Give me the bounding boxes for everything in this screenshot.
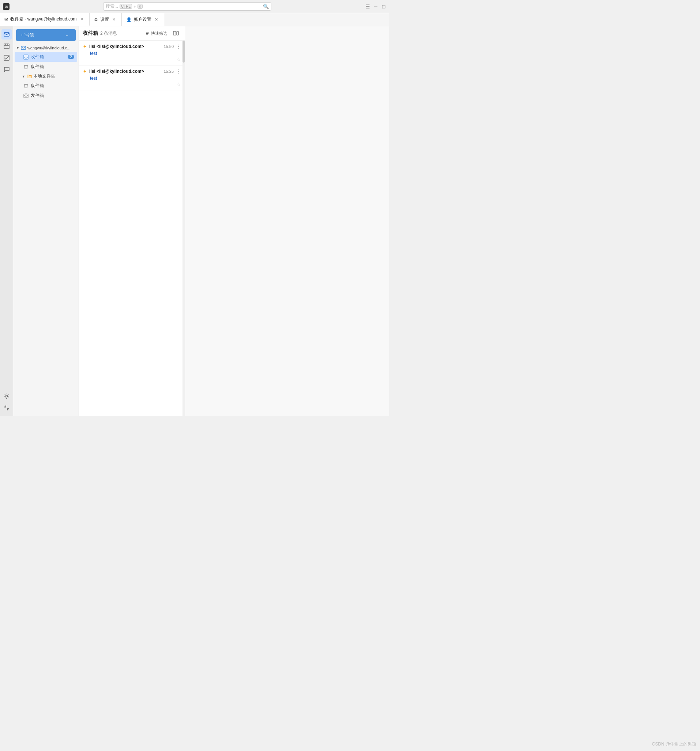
search-kbd-ctrl: CTRL <box>120 4 132 9</box>
tab-settings-label: 设置 <box>100 17 109 23</box>
email-item-top: ✦ lisi <lisi@kylincloud.com> 15:50 ⋮ <box>83 43 181 49</box>
sidebar-icon-calendar[interactable] <box>2 41 12 51</box>
sidebar-icon-tasks[interactable] <box>2 53 12 63</box>
email-item-bottom: ☆ <box>83 81 181 87</box>
local-label: 本地文件夹 <box>33 73 55 79</box>
svg-rect-9 <box>21 46 26 50</box>
tab-settings-close[interactable]: ✕ <box>111 17 117 23</box>
quick-filter-label: 快速筛选 <box>151 31 167 36</box>
local-trash-icon <box>23 83 29 88</box>
maximize-button[interactable]: □ <box>381 4 386 9</box>
app-icon: ✉ <box>3 3 9 10</box>
inbox-folder-icon <box>23 54 29 60</box>
sent-label: 发件箱 <box>31 93 44 99</box>
compose-button[interactable]: + 写信 ··· <box>16 29 76 41</box>
email-time: 15:25 <box>164 69 174 74</box>
trash-label: 废件箱 <box>31 63 44 70</box>
menu-button[interactable]: ☰ <box>365 4 370 9</box>
folder-sidebar: + 写信 ··· ▼ wangwu@kylincloud.c... 收件箱 2 <box>13 26 79 416</box>
bookmark-icon[interactable]: ☆ <box>177 57 181 62</box>
svg-rect-16 <box>173 31 176 35</box>
local-folder-header[interactable]: ▼ 本地文件夹 <box>13 72 79 81</box>
folder-item-inbox[interactable]: 收件箱 2 <box>15 52 77 62</box>
main-layout: + 写信 ··· ▼ wangwu@kylincloud.c... 收件箱 2 <box>0 26 389 416</box>
scrollbar-track[interactable] <box>182 40 185 416</box>
tab-account-icon: 👤 <box>126 17 132 22</box>
compose-more-button[interactable]: ··· <box>64 31 71 39</box>
email-list-panel: 收件箱 2 条消息 快速筛选 <box>79 26 185 416</box>
local-folder-icon <box>27 74 32 79</box>
svg-rect-3 <box>4 44 9 49</box>
bookmark-icon[interactable]: ☆ <box>177 82 181 87</box>
compose-label: + 写信 <box>20 32 34 39</box>
svg-point-8 <box>6 396 7 397</box>
email-list-header: 收件箱 2 条消息 快速筛选 <box>79 26 185 40</box>
sort-icon <box>145 31 150 36</box>
email-subject-row: test <box>83 75 181 81</box>
svg-rect-2 <box>4 32 9 36</box>
sidebar-icon-chat[interactable] <box>2 64 12 75</box>
sent-folder-icon <box>23 93 29 98</box>
email-item-bottom: ☆ <box>83 56 181 62</box>
search-text: 搜索... <box>106 3 118 9</box>
tabbar: ✉ 收件箱 - wangwu@kylincloud.com ✕ ⚙ 设置 ✕ 👤… <box>0 13 389 26</box>
email-list-title: 收件箱 <box>83 30 98 37</box>
search-box[interactable]: 搜索... CTRL + K 🔍 <box>103 2 271 11</box>
email-item[interactable]: ✦ lisi <lisi@kylincloud.com> 15:25 ⋮ tes… <box>79 65 185 90</box>
tab-settings[interactable]: ⚙ 设置 ✕ <box>90 13 122 26</box>
email-count: 2 条消息 <box>100 30 117 37</box>
tab-account-close[interactable]: ✕ <box>154 17 159 23</box>
email-more-button[interactable]: ⋮ <box>176 68 181 74</box>
svg-rect-7 <box>4 55 9 60</box>
titlebar-left: ✉ <box>3 3 9 10</box>
local-chevron: ▼ <box>22 75 25 78</box>
email-sender: lisi <lisi@kylincloud.com> <box>89 69 161 74</box>
star-icon[interactable]: ✦ <box>83 68 87 74</box>
email-item[interactable]: ✦ lisi <lisi@kylincloud.com> 15:50 ⋮ tes… <box>79 40 185 65</box>
folder-item-trash[interactable]: 废件箱 <box>15 62 77 72</box>
panel-toggle-icon <box>173 30 179 36</box>
account-email: wangwu@kylincloud.c... <box>28 46 71 50</box>
email-time: 15:50 <box>164 44 174 49</box>
account-chevron: ▼ <box>16 46 19 50</box>
tab-account-label: 账户设置 <box>134 17 151 23</box>
email-list-actions: 快速筛选 <box>143 29 181 37</box>
search-kbd-k: K <box>138 4 143 9</box>
titlebar: ✉ 搜索... CTRL + K 🔍 ☰ ─ □ <box>0 0 389 13</box>
folder-item-sent[interactable]: 发件箱 <box>15 91 77 100</box>
titlebar-right: ☰ ─ □ <box>365 4 386 9</box>
email-items: ✦ lisi <lisi@kylincloud.com> 15:50 ⋮ tes… <box>79 40 185 416</box>
sidebar-icon-settings[interactable] <box>2 391 12 401</box>
email-subject: test <box>83 51 97 56</box>
email-subject: test <box>83 76 97 81</box>
account-header[interactable]: ▼ wangwu@kylincloud.c... <box>13 44 79 52</box>
star-icon[interactable]: ✦ <box>83 43 87 49</box>
trash-folder-icon <box>23 64 29 70</box>
folder-item-local-trash[interactable]: 废件箱 <box>15 81 77 91</box>
inbox-badge: 2 <box>68 55 74 59</box>
sidebar-icon-shrink[interactable] <box>2 403 12 413</box>
icon-sidebar <box>0 26 13 416</box>
tab-inbox-close[interactable]: ✕ <box>79 17 85 22</box>
email-more-button[interactable]: ⋮ <box>176 43 181 49</box>
sort-button[interactable]: 快速筛选 <box>143 29 169 37</box>
svg-rect-17 <box>177 31 178 35</box>
search-icon[interactable]: 🔍 <box>263 4 269 9</box>
email-subject-row: test <box>83 51 181 56</box>
email-item-top: ✦ lisi <lisi@kylincloud.com> 15:25 ⋮ <box>83 68 181 74</box>
email-sender: lisi <lisi@kylincloud.com> <box>89 44 161 49</box>
sidebar-icon-mail[interactable] <box>2 29 12 40</box>
email-account-icon <box>21 45 26 51</box>
inbox-label: 收件箱 <box>31 54 44 60</box>
svg-text:✉: ✉ <box>5 5 8 9</box>
tab-account[interactable]: 👤 账户设置 ✕ <box>122 13 164 26</box>
tab-inbox-icon: ✉ <box>5 17 8 22</box>
local-trash-label: 废件箱 <box>31 83 44 89</box>
minimize-button[interactable]: ─ <box>373 4 378 9</box>
tab-inbox-label: 收件箱 - wangwu@kylincloud.com <box>10 16 77 22</box>
content-area <box>185 26 389 416</box>
more-actions-button[interactable] <box>171 29 181 37</box>
tab-inbox[interactable]: ✉ 收件箱 - wangwu@kylincloud.com ✕ <box>0 13 90 26</box>
svg-rect-10 <box>24 55 28 59</box>
account-section: ▼ wangwu@kylincloud.c... 收件箱 2 <box>13 44 79 100</box>
